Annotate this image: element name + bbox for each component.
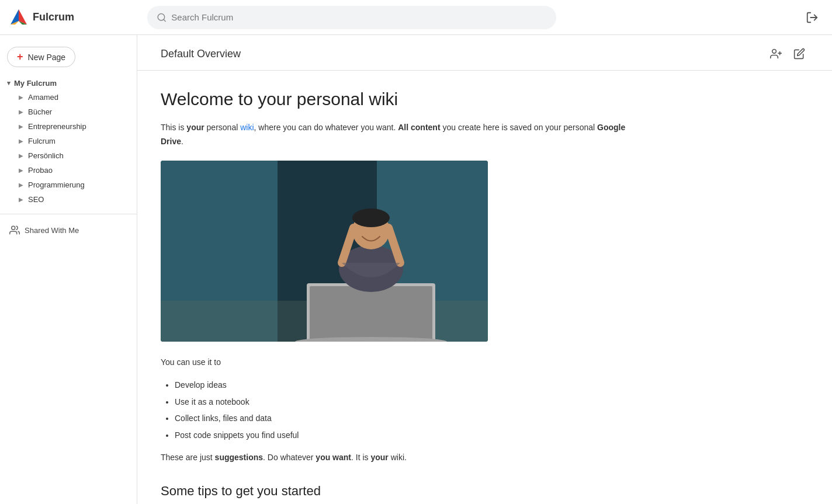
- main-layout: + New Page ▾ My Fulcrum ▶ Amamed ▶ Büche…: [0, 35, 832, 504]
- item-chevron-amamed: ▶: [19, 94, 23, 100]
- logout-icon: [806, 11, 819, 24]
- sidebar-divider: [0, 214, 137, 214]
- hero-image: [161, 161, 488, 342]
- svg-point-19: [352, 208, 390, 227]
- item-chevron-bucher: ▶: [19, 109, 23, 115]
- people-icon: [9, 225, 20, 235]
- suggestions-bold: suggestions: [215, 453, 263, 462]
- sidebar-item-label: Entrepreneurship: [28, 122, 86, 131]
- item-chevron-personlich: ▶: [19, 152, 23, 159]
- fulcrum-logo-icon: [9, 8, 28, 27]
- my-fulcrum-chevron: ▾: [7, 79, 11, 87]
- tips-heading: Some tips to get you started: [161, 484, 640, 499]
- search-input[interactable]: [171, 12, 547, 22]
- sidebar-item-bucher[interactable]: ▶ Bücher: [2, 105, 134, 119]
- list-item: Develop ideas: [175, 378, 640, 391]
- intro-google-drive-bold: Google Drive: [161, 123, 625, 146]
- sidebar-item-amamed[interactable]: ▶ Amamed: [2, 90, 134, 105]
- list-item: Use it as a notebook: [175, 395, 640, 408]
- sidebar-item-probao[interactable]: ▶ Probao: [2, 163, 134, 178]
- item-chevron-programmierung: ▶: [19, 182, 23, 188]
- shared-with-me-label: Shared With Me: [25, 226, 79, 235]
- page-body: Welcome to your personal wiki This is yo…: [137, 71, 663, 504]
- item-chevron-probao: ▶: [19, 167, 23, 173]
- sidebar-item-label: SEO: [28, 195, 44, 204]
- sidebar: + New Page ▾ My Fulcrum ▶ Amamed ▶ Büche…: [0, 35, 137, 504]
- sidebar-item-programmierung[interactable]: ▶ Programmierung: [2, 178, 134, 192]
- tips-bullet-list: Develop ideas Use it as a notebook Colle…: [175, 378, 640, 442]
- svg-point-7: [12, 226, 15, 230]
- new-page-button[interactable]: + New Page: [7, 47, 75, 67]
- sidebar-item-label: Persönlich: [28, 151, 64, 160]
- add-person-icon: [770, 48, 782, 60]
- suggestions-paragraph: These are just suggestions. Do whatever …: [161, 451, 640, 465]
- shared-with-me-section[interactable]: Shared With Me: [2, 221, 134, 239]
- sidebar-item-entrepreneurship[interactable]: ▶ Entrepreneurship: [2, 119, 134, 134]
- new-page-label: New Page: [28, 53, 66, 62]
- use-it-text: You can use it to: [161, 356, 640, 370]
- item-chevron-entrepreneurship: ▶: [19, 123, 23, 130]
- hero-illustration: [161, 161, 488, 342]
- search-bar[interactable]: [147, 6, 556, 29]
- topbar-right-actions: [802, 7, 823, 28]
- svg-point-8: [772, 50, 776, 54]
- page-heading: Welcome to your personal wiki: [161, 89, 640, 109]
- list-item: Post code snippets you find useful: [175, 429, 640, 442]
- page-header-icons: [767, 44, 809, 63]
- svg-rect-15: [310, 286, 432, 342]
- search-icon: [157, 12, 167, 23]
- page-header: Default Overview: [137, 35, 832, 71]
- topbar: Fulcrum: [0, 0, 832, 35]
- intro-your-bold: your: [186, 123, 204, 132]
- add-person-button[interactable]: [767, 44, 785, 63]
- intro-all-content-bold: All content: [398, 123, 440, 132]
- my-fulcrum-section[interactable]: ▾ My Fulcrum: [0, 77, 137, 90]
- sidebar-item-label: Bücher: [28, 107, 52, 116]
- item-chevron-fulcrum: ▶: [19, 138, 23, 144]
- pencil-icon: [793, 48, 805, 60]
- my-fulcrum-label: My Fulcrum: [14, 79, 57, 88]
- app-name: Fulcrum: [33, 11, 74, 23]
- logo-area: Fulcrum: [9, 8, 138, 27]
- list-item: Collect links, files and data: [175, 412, 640, 425]
- sidebar-item-fulcrum[interactable]: ▶ Fulcrum: [2, 134, 134, 148]
- sidebar-item-label: Programmierung: [28, 180, 85, 189]
- intro-paragraph: This is your personal wiki, where you ca…: [161, 121, 640, 149]
- sidebar-item-personlich[interactable]: ▶ Persönlich: [2, 148, 134, 163]
- sidebar-item-seo[interactable]: ▶ SEO: [2, 192, 134, 207]
- new-page-plus-icon: +: [17, 51, 23, 63]
- main-content: Default Overview: [137, 35, 832, 504]
- sidebar-item-label: Fulcrum: [28, 137, 56, 145]
- page-title: Default Overview: [161, 48, 241, 60]
- you-want-bold: you want: [316, 453, 351, 462]
- sidebar-item-label: Amamed: [28, 93, 58, 102]
- wiki-link[interactable]: wiki: [240, 123, 254, 132]
- edit-button[interactable]: [790, 44, 809, 63]
- your-bold: your: [370, 453, 388, 462]
- svg-line-5: [164, 19, 165, 21]
- logout-button[interactable]: [802, 7, 823, 28]
- item-chevron-seo: ▶: [19, 196, 23, 203]
- sidebar-item-label: Probao: [28, 166, 53, 175]
